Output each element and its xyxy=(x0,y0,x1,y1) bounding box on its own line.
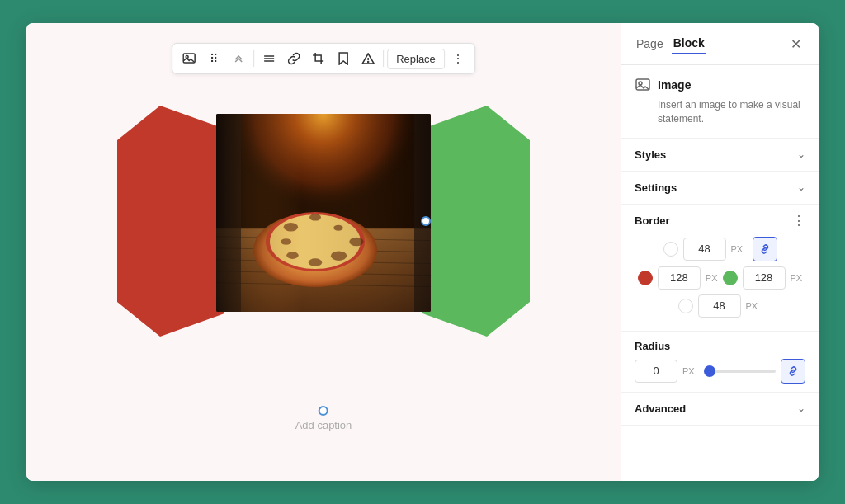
settings-header[interactable]: Settings ⌄ xyxy=(621,172,819,204)
right-panel xyxy=(422,106,530,337)
border-left-color[interactable] xyxy=(638,271,653,285)
image-info-header: Image xyxy=(635,77,805,93)
image-icon-btn[interactable] xyxy=(177,47,201,70)
image-block-title: Image xyxy=(658,78,691,92)
border-top-unit: PX xyxy=(731,244,748,254)
radius-section: Radius PX xyxy=(621,332,819,393)
image-block-icon xyxy=(635,77,651,93)
caption-area: Add caption xyxy=(295,406,352,431)
advanced-header[interactable]: Advanced ⌄ xyxy=(621,393,819,425)
radius-title: Radius xyxy=(635,340,805,352)
border-more-btn[interactable]: ⋮ xyxy=(792,213,805,228)
border-right-input[interactable] xyxy=(743,266,786,290)
drag-handle[interactable]: ⠿ xyxy=(202,47,225,70)
border-section: Border ⋮ PX PX xyxy=(621,205,819,332)
divider-1 xyxy=(253,50,254,67)
image-info: Image Insert an image to make a visual s… xyxy=(621,65,819,139)
tab-page[interactable]: Page xyxy=(635,34,665,54)
crop-btn[interactable] xyxy=(307,47,330,70)
align-btn[interactable] xyxy=(257,47,281,70)
border-left-input[interactable] xyxy=(658,266,701,290)
settings-chevron: ⌄ xyxy=(797,181,805,193)
settings-section: Settings ⌄ xyxy=(621,172,819,205)
svg-point-6 xyxy=(368,62,369,63)
border-bottom-row: PX xyxy=(635,294,805,318)
replace-button[interactable]: Replace xyxy=(387,49,445,69)
border-top-color[interactable] xyxy=(663,242,678,257)
editor-area: ⠿ xyxy=(26,23,621,481)
right-panel: Page Block ✕ Image Insert an image to ma… xyxy=(621,23,819,481)
radius-unit: PX xyxy=(682,366,699,376)
border-header: Border ⋮ xyxy=(635,213,805,228)
move-up-btn[interactable] xyxy=(227,47,250,70)
alert-btn[interactable] xyxy=(356,47,380,70)
close-btn[interactable]: ✕ xyxy=(786,34,805,54)
styles-title: Styles xyxy=(635,148,666,161)
left-panel xyxy=(117,106,224,337)
border-top-input[interactable] xyxy=(683,238,726,261)
image-toolbar: ⠿ xyxy=(172,43,475,74)
border-bottom-input[interactable] xyxy=(698,294,741,318)
bookmark-btn[interactable] xyxy=(332,47,355,70)
border-title: Border xyxy=(635,214,670,227)
radius-slider[interactable] xyxy=(704,370,776,373)
caption-handle[interactable] xyxy=(319,406,328,416)
image-block xyxy=(117,89,530,353)
settings-title: Settings xyxy=(635,181,677,194)
advanced-section: Advanced ⌄ xyxy=(621,393,819,426)
styles-chevron: ⌄ xyxy=(797,148,805,160)
styles-section: Styles ⌄ xyxy=(621,139,819,172)
resize-handle-right[interactable] xyxy=(421,216,431,226)
border-left-unit: PX xyxy=(706,273,718,283)
border-bottom-unit: PX xyxy=(746,301,762,311)
perspective-container xyxy=(117,97,530,345)
border-right-color[interactable] xyxy=(723,271,738,285)
border-middle-row: PX PX xyxy=(635,266,805,290)
link-btn[interactable] xyxy=(282,47,305,70)
radius-input[interactable] xyxy=(635,360,677,383)
image-block-description: Insert an image to make a visual stateme… xyxy=(658,98,805,126)
advanced-title: Advanced xyxy=(635,403,686,415)
radius-link-btn[interactable] xyxy=(781,359,805,384)
slider-thumb[interactable] xyxy=(704,365,715,377)
border-link-btn[interactable] xyxy=(753,237,777,261)
pizza-canvas xyxy=(216,114,431,312)
advanced-chevron: ⌄ xyxy=(797,403,805,414)
panel-header: Page Block ✕ xyxy=(621,23,819,65)
radius-row: PX xyxy=(635,359,805,384)
border-right-unit: PX xyxy=(791,273,803,283)
caption-placeholder[interactable]: Add caption xyxy=(295,419,352,431)
border-top-row: PX xyxy=(635,237,805,261)
tab-block[interactable]: Block xyxy=(672,33,706,54)
border-bottom-color[interactable] xyxy=(678,299,693,313)
styles-header[interactable]: Styles ⌄ xyxy=(621,139,819,171)
divider-2 xyxy=(383,50,384,67)
pizza-image xyxy=(216,114,431,312)
more-options-btn[interactable]: ⋮ xyxy=(446,47,470,70)
